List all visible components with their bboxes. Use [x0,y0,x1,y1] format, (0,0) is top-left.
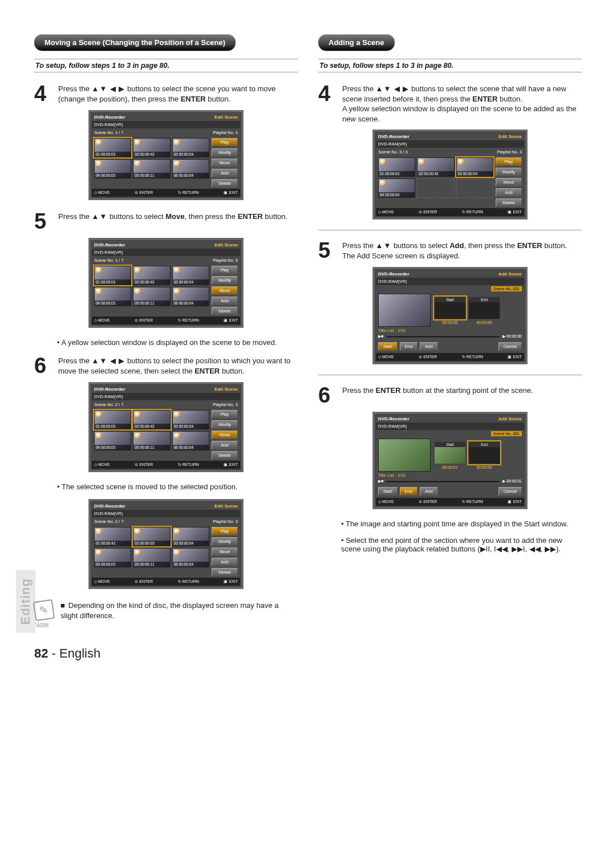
osd-left-3: DVD-RecorderEdit Scene DVD-RAM(VR) Scene… [88,382,244,472]
osd-left-2: DVD-RecorderEdit Scene DVD-RAM(VR) Scene… [88,238,244,328]
osd-side-buttons: Play Modify Move Add Delete [212,138,238,188]
osd-left-1: DVD-RecorderEdit Scene DVD-RAM(VR) Scene… [88,110,244,200]
step-number: 4 [318,83,337,124]
left-column: Moving a Scene (Changing the Position of… [34,34,298,629]
step-text: Press the ▲▼ ◀ ▶ buttons to select the s… [58,83,298,104]
right-column: Adding a Scene To setup, follow steps 1 … [318,34,582,629]
osd-right-3-add-scene: DVD-RecorderAdd Scene DVD-RAM(VR) Scene … [372,412,528,509]
bullet-yellow-window: A yellow selection window is displayed o… [57,338,298,347]
right-step-5: 5 Press the ▲▼ buttons to select Add, th… [318,240,582,261]
note-label: Note [34,621,54,629]
bullet-moved: The selected scene is moved to the selec… [57,482,298,491]
right-step-6: 6 Press the ENTER button at the starting… [318,384,582,406]
note-icon: ✎ [33,599,55,621]
pill-moving-scene: Moving a Scene (Changing the Position of… [34,34,236,51]
thumbnail-grid: 01 00:00:03 02 00:00:42 03 00:00:04 04 0… [94,138,209,188]
left-step-4: 4 Press the ▲▼ ◀ ▶ buttons to select the… [34,83,298,104]
osd-left-4: DVD-RecorderEdit Scene DVD-RAM(VR) Scene… [88,499,244,589]
playback-icons: ▶II, I◀◀, ▶▶I, ◀◀, ▶▶ [480,545,556,553]
left-step-6: 6 Press the ▲▼ ◀ ▶ buttons to select the… [34,355,298,376]
bullet-end-point: Select the end point of the section wher… [341,536,582,553]
note-box: ✎ Note ■Depending on the kind of disc, t… [34,601,298,629]
two-column-layout: Moving a Scene (Changing the Position of… [34,34,582,629]
subbar-right: To setup, follow steps 1 to 3 in page 80… [318,59,582,72]
bullet-start-window: The image and starting point time are di… [341,520,582,528]
right-step-4: 4 Press the ▲▼ ◀ ▶ buttons to select the… [318,83,582,124]
arrow-icons: ▲▼ ◀ ▶ [92,84,125,93]
side-tab-editing: Editing [16,570,35,633]
left-step-5: 5 Press the ▲▼ buttons to select Move, t… [34,210,298,232]
step-number: 6 [34,355,52,376]
page-footer: 82 - English [34,646,582,661]
osd-right-1: DVD-RecorderEdit Scene DVD-RAM(VR) Scene… [372,129,528,220]
step-number: 6 [318,384,337,406]
step-number: 5 [318,240,337,261]
pill-adding-scene: Adding a Scene [318,34,395,51]
step-number: 4 [34,83,52,104]
osd-right-2-add-scene: DVD-RecorderAdd Scene DVD-RAM(VR) Scene … [372,267,528,364]
step-number: 5 [34,210,52,232]
subbar-left: To setup, follow steps 1 to 3 in page 80… [34,59,298,72]
